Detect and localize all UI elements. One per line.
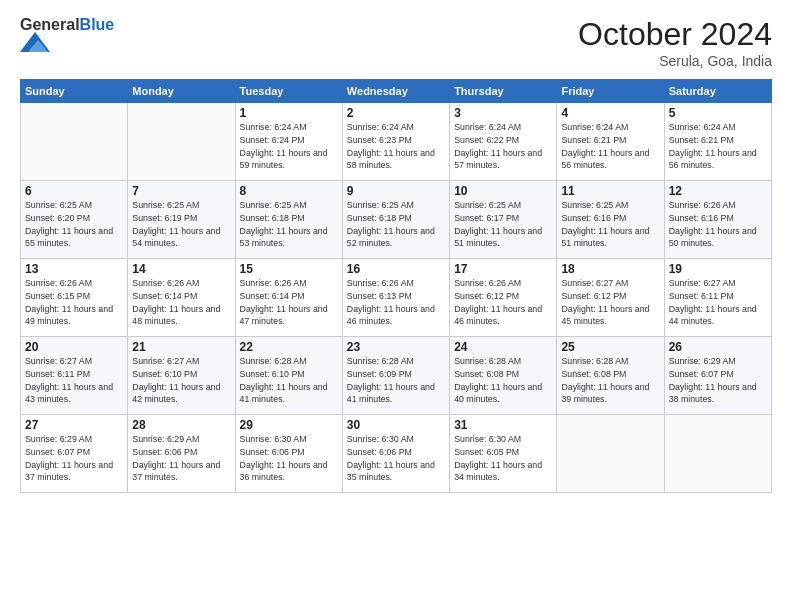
logo-general: General bbox=[20, 16, 80, 33]
calendar-cell: 2Sunrise: 6:24 AM Sunset: 6:23 PM Daylig… bbox=[342, 103, 449, 181]
day-number: 8 bbox=[240, 184, 338, 198]
day-number: 28 bbox=[132, 418, 230, 432]
calendar-cell: 28Sunrise: 6:29 AM Sunset: 6:06 PM Dayli… bbox=[128, 415, 235, 493]
day-info: Sunrise: 6:29 AM Sunset: 6:06 PM Dayligh… bbox=[132, 433, 230, 484]
calendar-cell: 16Sunrise: 6:26 AM Sunset: 6:13 PM Dayli… bbox=[342, 259, 449, 337]
day-number: 1 bbox=[240, 106, 338, 120]
calendar-cell: 13Sunrise: 6:26 AM Sunset: 6:15 PM Dayli… bbox=[21, 259, 128, 337]
day-info: Sunrise: 6:26 AM Sunset: 6:12 PM Dayligh… bbox=[454, 277, 552, 328]
day-info: Sunrise: 6:25 AM Sunset: 6:17 PM Dayligh… bbox=[454, 199, 552, 250]
day-info: Sunrise: 6:26 AM Sunset: 6:13 PM Dayligh… bbox=[347, 277, 445, 328]
day-number: 9 bbox=[347, 184, 445, 198]
day-info: Sunrise: 6:27 AM Sunset: 6:11 PM Dayligh… bbox=[669, 277, 767, 328]
day-number: 30 bbox=[347, 418, 445, 432]
day-number: 7 bbox=[132, 184, 230, 198]
title-area: October 2024 Serula, Goa, India bbox=[578, 16, 772, 69]
day-info: Sunrise: 6:26 AM Sunset: 6:16 PM Dayligh… bbox=[669, 199, 767, 250]
header: GeneralBlue October 2024 Serula, Goa, In… bbox=[20, 16, 772, 69]
calendar-cell: 31Sunrise: 6:30 AM Sunset: 6:05 PM Dayli… bbox=[450, 415, 557, 493]
day-info: Sunrise: 6:28 AM Sunset: 6:09 PM Dayligh… bbox=[347, 355, 445, 406]
day-number: 17 bbox=[454, 262, 552, 276]
weekday-header-wednesday: Wednesday bbox=[342, 80, 449, 103]
day-number: 13 bbox=[25, 262, 123, 276]
calendar-cell: 11Sunrise: 6:25 AM Sunset: 6:16 PM Dayli… bbox=[557, 181, 664, 259]
day-info: Sunrise: 6:27 AM Sunset: 6:10 PM Dayligh… bbox=[132, 355, 230, 406]
calendar-page: GeneralBlue October 2024 Serula, Goa, In… bbox=[0, 0, 792, 612]
day-info: Sunrise: 6:25 AM Sunset: 6:20 PM Dayligh… bbox=[25, 199, 123, 250]
calendar-cell: 22Sunrise: 6:28 AM Sunset: 6:10 PM Dayli… bbox=[235, 337, 342, 415]
day-number: 26 bbox=[669, 340, 767, 354]
day-info: Sunrise: 6:24 AM Sunset: 6:21 PM Dayligh… bbox=[669, 121, 767, 172]
day-info: Sunrise: 6:26 AM Sunset: 6:15 PM Dayligh… bbox=[25, 277, 123, 328]
day-info: Sunrise: 6:25 AM Sunset: 6:18 PM Dayligh… bbox=[347, 199, 445, 250]
calendar-cell: 4Sunrise: 6:24 AM Sunset: 6:21 PM Daylig… bbox=[557, 103, 664, 181]
calendar-cell: 1Sunrise: 6:24 AM Sunset: 6:24 PM Daylig… bbox=[235, 103, 342, 181]
day-number: 27 bbox=[25, 418, 123, 432]
calendar-cell: 29Sunrise: 6:30 AM Sunset: 6:06 PM Dayli… bbox=[235, 415, 342, 493]
day-number: 29 bbox=[240, 418, 338, 432]
weekday-header-tuesday: Tuesday bbox=[235, 80, 342, 103]
day-number: 25 bbox=[561, 340, 659, 354]
day-info: Sunrise: 6:27 AM Sunset: 6:11 PM Dayligh… bbox=[25, 355, 123, 406]
day-number: 16 bbox=[347, 262, 445, 276]
calendar-cell: 23Sunrise: 6:28 AM Sunset: 6:09 PM Dayli… bbox=[342, 337, 449, 415]
calendar-cell bbox=[21, 103, 128, 181]
calendar-cell: 27Sunrise: 6:29 AM Sunset: 6:07 PM Dayli… bbox=[21, 415, 128, 493]
day-number: 11 bbox=[561, 184, 659, 198]
day-number: 15 bbox=[240, 262, 338, 276]
day-info: Sunrise: 6:24 AM Sunset: 6:21 PM Dayligh… bbox=[561, 121, 659, 172]
calendar-cell: 7Sunrise: 6:25 AM Sunset: 6:19 PM Daylig… bbox=[128, 181, 235, 259]
day-info: Sunrise: 6:26 AM Sunset: 6:14 PM Dayligh… bbox=[240, 277, 338, 328]
day-number: 24 bbox=[454, 340, 552, 354]
day-number: 22 bbox=[240, 340, 338, 354]
calendar-cell: 21Sunrise: 6:27 AM Sunset: 6:10 PM Dayli… bbox=[128, 337, 235, 415]
day-info: Sunrise: 6:28 AM Sunset: 6:08 PM Dayligh… bbox=[561, 355, 659, 406]
day-info: Sunrise: 6:24 AM Sunset: 6:23 PM Dayligh… bbox=[347, 121, 445, 172]
day-number: 6 bbox=[25, 184, 123, 198]
calendar-body: 1Sunrise: 6:24 AM Sunset: 6:24 PM Daylig… bbox=[21, 103, 772, 493]
calendar-cell: 3Sunrise: 6:24 AM Sunset: 6:22 PM Daylig… bbox=[450, 103, 557, 181]
day-info: Sunrise: 6:29 AM Sunset: 6:07 PM Dayligh… bbox=[669, 355, 767, 406]
day-number: 31 bbox=[454, 418, 552, 432]
day-info: Sunrise: 6:30 AM Sunset: 6:06 PM Dayligh… bbox=[240, 433, 338, 484]
day-info: Sunrise: 6:28 AM Sunset: 6:10 PM Dayligh… bbox=[240, 355, 338, 406]
day-info: Sunrise: 6:30 AM Sunset: 6:06 PM Dayligh… bbox=[347, 433, 445, 484]
day-number: 20 bbox=[25, 340, 123, 354]
day-info: Sunrise: 6:28 AM Sunset: 6:08 PM Dayligh… bbox=[454, 355, 552, 406]
calendar-cell bbox=[128, 103, 235, 181]
calendar-week-5: 27Sunrise: 6:29 AM Sunset: 6:07 PM Dayli… bbox=[21, 415, 772, 493]
day-info: Sunrise: 6:29 AM Sunset: 6:07 PM Dayligh… bbox=[25, 433, 123, 484]
weekday-header-friday: Friday bbox=[557, 80, 664, 103]
day-info: Sunrise: 6:30 AM Sunset: 6:05 PM Dayligh… bbox=[454, 433, 552, 484]
calendar-week-2: 6Sunrise: 6:25 AM Sunset: 6:20 PM Daylig… bbox=[21, 181, 772, 259]
day-info: Sunrise: 6:27 AM Sunset: 6:12 PM Dayligh… bbox=[561, 277, 659, 328]
calendar-cell: 30Sunrise: 6:30 AM Sunset: 6:06 PM Dayli… bbox=[342, 415, 449, 493]
calendar-week-4: 20Sunrise: 6:27 AM Sunset: 6:11 PM Dayli… bbox=[21, 337, 772, 415]
day-info: Sunrise: 6:25 AM Sunset: 6:19 PM Dayligh… bbox=[132, 199, 230, 250]
day-number: 3 bbox=[454, 106, 552, 120]
day-info: Sunrise: 6:24 AM Sunset: 6:22 PM Dayligh… bbox=[454, 121, 552, 172]
calendar-cell: 8Sunrise: 6:25 AM Sunset: 6:18 PM Daylig… bbox=[235, 181, 342, 259]
calendar-week-3: 13Sunrise: 6:26 AM Sunset: 6:15 PM Dayli… bbox=[21, 259, 772, 337]
day-number: 21 bbox=[132, 340, 230, 354]
weekday-header-saturday: Saturday bbox=[664, 80, 771, 103]
calendar-cell: 12Sunrise: 6:26 AM Sunset: 6:16 PM Dayli… bbox=[664, 181, 771, 259]
weekday-header-thursday: Thursday bbox=[450, 80, 557, 103]
month-title: October 2024 bbox=[578, 16, 772, 53]
calendar-cell bbox=[664, 415, 771, 493]
day-number: 4 bbox=[561, 106, 659, 120]
day-number: 14 bbox=[132, 262, 230, 276]
day-number: 5 bbox=[669, 106, 767, 120]
weekday-header-row: SundayMondayTuesdayWednesdayThursdayFrid… bbox=[21, 80, 772, 103]
calendar-cell: 14Sunrise: 6:26 AM Sunset: 6:14 PM Dayli… bbox=[128, 259, 235, 337]
calendar-week-1: 1Sunrise: 6:24 AM Sunset: 6:24 PM Daylig… bbox=[21, 103, 772, 181]
calendar-cell bbox=[557, 415, 664, 493]
weekday-header-sunday: Sunday bbox=[21, 80, 128, 103]
day-info: Sunrise: 6:26 AM Sunset: 6:14 PM Dayligh… bbox=[132, 277, 230, 328]
day-number: 23 bbox=[347, 340, 445, 354]
calendar-cell: 10Sunrise: 6:25 AM Sunset: 6:17 PM Dayli… bbox=[450, 181, 557, 259]
calendar-cell: 17Sunrise: 6:26 AM Sunset: 6:12 PM Dayli… bbox=[450, 259, 557, 337]
calendar-cell: 6Sunrise: 6:25 AM Sunset: 6:20 PM Daylig… bbox=[21, 181, 128, 259]
day-number: 18 bbox=[561, 262, 659, 276]
day-number: 12 bbox=[669, 184, 767, 198]
